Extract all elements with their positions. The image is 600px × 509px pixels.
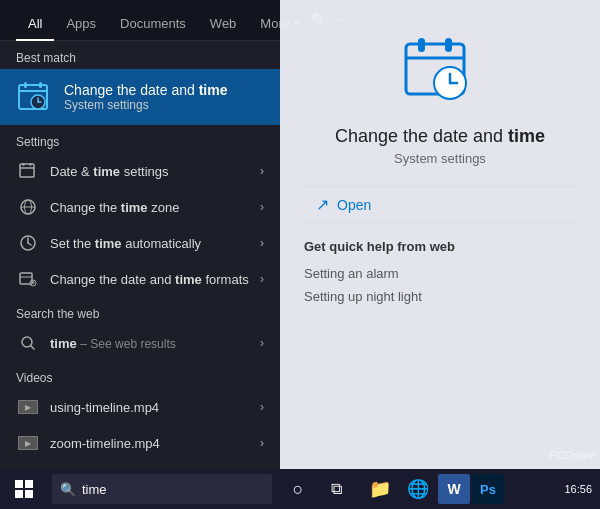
section-videos-label: Videos (0, 361, 280, 389)
svg-line-23 (31, 346, 35, 350)
taskbar-time: 16:56 (564, 483, 592, 495)
settings-item-2[interactable]: Set the time automatically › (0, 225, 280, 261)
search-icon-taskbar: 🔍 (60, 482, 76, 497)
settings-item-0-text: Date & time settings (50, 164, 260, 179)
chevron-right-icon-web: › (260, 336, 264, 350)
video-item-1[interactable]: ▶ zoom-timeline.mp4 › (0, 425, 280, 461)
tab-apps[interactable]: Apps (54, 8, 108, 41)
svg-rect-32 (25, 480, 33, 488)
settings-item-1[interactable]: Change the time zone › (0, 189, 280, 225)
svg-rect-2 (24, 82, 27, 88)
best-match-icon (16, 79, 52, 115)
section-photos-label: Photos (0, 461, 280, 469)
best-match-text: Change the date and time System settings (64, 82, 227, 112)
taskbar-right: 16:56 (564, 483, 600, 495)
start-menu: All Apps Documents Web More ▾ 🔍 ⋯ (0, 0, 600, 469)
video-item-1-text: zoom-timeline.mp4 (50, 436, 260, 451)
svg-rect-3 (39, 82, 42, 88)
cortana-icon[interactable]: ○ (280, 469, 316, 509)
chevron-right-icon-v0: › (260, 400, 264, 414)
video-item-0[interactable]: ▶ using-timeline.mp4 › (0, 389, 280, 425)
right-panel: Change the date and time System settings… (280, 0, 600, 469)
file-explorer-icon[interactable]: 📁 (362, 469, 398, 509)
web-search-item[interactable]: time – See web results › (0, 325, 280, 361)
date-time-settings-icon (16, 159, 40, 183)
video-item-0-text: using-timeline.mp4 (50, 400, 260, 415)
section-web-label: Search the web (0, 297, 280, 325)
date-formats-icon (16, 267, 40, 291)
svg-rect-9 (23, 163, 25, 166)
svg-rect-31 (15, 480, 23, 488)
taskbar-app-icons: 📁 🌐 W Ps (362, 469, 504, 509)
right-subtitle: System settings (304, 151, 576, 166)
open-icon: ↗ (316, 195, 329, 214)
photoshop-icon[interactable]: Ps (472, 474, 504, 504)
search-query: time (82, 482, 107, 497)
web-search-text: time – See web results (50, 336, 260, 351)
quick-help-link-0[interactable]: Setting an alarm (304, 262, 576, 285)
web-search-icon (16, 331, 40, 355)
svg-rect-27 (445, 38, 452, 52)
task-view-icon[interactable]: ⧉ (318, 469, 354, 509)
chevron-right-icon-3: › (260, 272, 264, 286)
left-scroll: Best match (0, 41, 280, 469)
svg-rect-10 (30, 163, 32, 166)
right-icon (400, 30, 480, 110)
open-button[interactable]: ↗ Open (304, 186, 576, 223)
settings-item-3[interactable]: Change the date and time formats › (0, 261, 280, 297)
svg-rect-26 (418, 38, 425, 52)
watermark: PCOnline (549, 449, 596, 461)
tab-all[interactable]: All (16, 8, 54, 41)
right-title: Change the date and time (304, 126, 576, 147)
section-best-match-label: Best match (0, 41, 280, 69)
quick-help-label: Get quick help from web (304, 239, 576, 254)
settings-item-0[interactable]: Date & time settings › (0, 153, 280, 189)
quick-help-link-1[interactable]: Setting up night light (304, 285, 576, 308)
taskbar: 🔍 time ○ ⧉ 📁 🌐 W Ps 16:56 (0, 469, 600, 509)
settings-item-1-text: Change the time zone (50, 200, 260, 215)
tab-documents[interactable]: Documents (108, 8, 198, 41)
word-icon[interactable]: W (438, 474, 470, 504)
svg-line-16 (28, 243, 31, 245)
taskbar-search-box[interactable]: 🔍 time (52, 474, 272, 504)
settings-item-2-text: Set the time automatically (50, 236, 260, 251)
video-file-icon-1: ▶ (16, 431, 40, 455)
timezone-icon (16, 195, 40, 219)
start-button[interactable] (0, 469, 48, 509)
video-file-icon: ▶ (16, 395, 40, 419)
section-settings-label: Settings (0, 125, 280, 153)
taskbar-icons: ○ ⧉ (280, 469, 354, 509)
chevron-right-icon-1: › (260, 200, 264, 214)
chevron-right-icon-v1: › (260, 436, 264, 450)
tab-web[interactable]: Web (198, 8, 249, 41)
svg-rect-33 (15, 490, 23, 498)
edge-icon[interactable]: 🌐 (400, 469, 436, 509)
best-match-item[interactable]: Change the date and time System settings (0, 69, 280, 125)
svg-rect-34 (25, 490, 33, 498)
left-panel: All Apps Documents Web More ▾ 🔍 ⋯ (0, 0, 280, 469)
auto-time-icon (16, 231, 40, 255)
chevron-right-icon-2: › (260, 236, 264, 250)
chevron-right-icon: › (260, 164, 264, 178)
settings-item-3-text: Change the date and time formats (50, 272, 260, 287)
tabs-bar: All Apps Documents Web More ▾ 🔍 ⋯ (0, 0, 280, 41)
svg-rect-7 (20, 164, 34, 177)
